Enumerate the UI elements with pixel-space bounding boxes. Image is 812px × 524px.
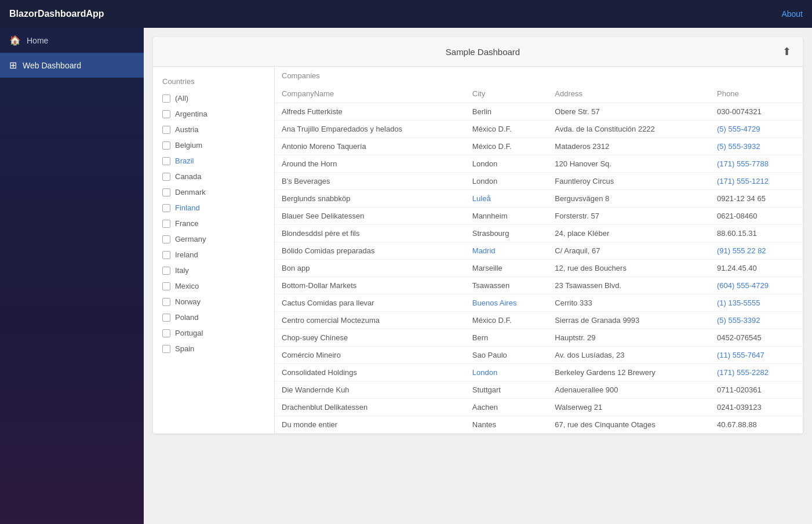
country-item-italy[interactable]: Italy [153, 263, 274, 278]
country-checkbox-brazil[interactable] [162, 157, 170, 165]
td-phone: (171) 555-1212 [710, 173, 803, 190]
country-checkbox-denmark[interactable] [162, 188, 170, 196]
country-checkbox-poland[interactable] [162, 314, 170, 322]
td-company-name: Blauer See Delikatessen [275, 208, 465, 225]
topbar: BlazorDashboardApp About [0, 0, 812, 28]
content-area: Sample Dashboard ⬆ Countries (All)Argent… [144, 28, 812, 524]
country-item-mexico[interactable]: Mexico [153, 278, 274, 294]
country-item-canada[interactable]: Canada [153, 169, 274, 184]
country-checkbox-canada[interactable] [162, 173, 170, 181]
td-phone: (5) 555-3392 [710, 312, 803, 329]
td-company-name: Ana Trujillo Emparedados y helados [275, 121, 465, 138]
main-layout: 🏠 Home ⊞ Web Dashboard Sample Dashboard … [0, 28, 812, 524]
share-button[interactable]: ⬆ [782, 45, 791, 58]
country-checkbox-finland[interactable] [162, 204, 170, 212]
country-item-spain[interactable]: Spain [153, 341, 274, 356]
td-address: Adenauerallee 900 [548, 381, 710, 399]
sidebar: 🏠 Home ⊞ Web Dashboard [0, 28, 144, 524]
td-address: 23 Tsawassen Blvd. [548, 277, 710, 294]
country-item-denmark[interactable]: Denmark [153, 184, 274, 200]
td-city: Stuttgart [465, 381, 548, 399]
td-phone: (171) 555-2282 [710, 364, 803, 381]
country-checkbox-austria[interactable] [162, 126, 170, 134]
td-city: Nantes [465, 416, 548, 434]
td-address: Fauntleroy Circus [548, 173, 710, 190]
td-city: Madrid [465, 242, 548, 260]
country-checkbox-all[interactable] [162, 94, 170, 103]
country-label-italy: Italy [175, 266, 189, 275]
country-checkbox-spain[interactable] [162, 345, 170, 353]
td-phone: 88.60.15.31 [710, 225, 803, 242]
countries-panel-title: Countries [153, 72, 274, 90]
td-company-name: Antonio Moreno Taquería [275, 138, 465, 155]
table-row: Drachenblut DelikatessenAachenWalserweg … [275, 399, 803, 416]
table-row: Berglunds snabbköpLuleåBerguvsvägen 8092… [275, 190, 803, 208]
col-phone: Phone [710, 85, 803, 103]
country-item-france[interactable]: France [153, 216, 274, 231]
td-city: México D.F. [465, 121, 548, 138]
td-company-name: Consolidated Holdings [275, 364, 465, 381]
table-row: Antonio Moreno TaqueríaMéxico D.F.Matade… [275, 138, 803, 155]
td-phone: 030-0074321 [710, 103, 803, 121]
table-row: Die Wandernde KuhStuttgartAdenauerallee … [275, 381, 803, 399]
country-label-canada: Canada [175, 172, 202, 181]
table-row: Alfreds FutterkisteBerlinObere Str. 5703… [275, 103, 803, 121]
country-item-poland[interactable]: Poland [153, 310, 274, 325]
td-address: Berkeley Gardens 12 Brewery [548, 364, 710, 381]
about-link[interactable]: About [781, 9, 803, 19]
country-item-all[interactable]: (All) [153, 90, 274, 106]
table-row: Around the HornLondon120 Hanover Sq.(171… [275, 155, 803, 173]
td-address: 120 Hanover Sq. [548, 155, 710, 173]
td-address: C/ Araquil, 67 [548, 242, 710, 260]
country-label-argentina: Argentina [175, 110, 207, 118]
col-city: City [465, 85, 548, 103]
td-company-name: Blondesddsl père et fils [275, 225, 465, 242]
sidebar-item-home[interactable]: 🏠 Home [0, 28, 144, 53]
country-checkbox-norway[interactable] [162, 298, 170, 306]
table-row: Chop-suey ChineseBernHauptstr. 290452-07… [275, 329, 803, 347]
td-city: México D.F. [465, 312, 548, 329]
table-row: Blondesddsl père et filsStrasbourg24, pl… [275, 225, 803, 242]
country-item-portugal[interactable]: Portugal [153, 325, 274, 341]
country-label-brazil: Brazil [175, 157, 194, 165]
td-company-name: Chop-suey Chinese [275, 329, 465, 347]
td-city: Aachen [465, 399, 548, 416]
table-row: B's BeveragesLondonFauntleroy Circus(171… [275, 173, 803, 190]
td-company-name: Cactus Comidas para llevar [275, 294, 465, 312]
td-phone: 0711-020361 [710, 381, 803, 399]
country-item-germany[interactable]: Germany [153, 231, 274, 247]
country-checkbox-belgium[interactable] [162, 141, 170, 150]
country-checkbox-italy[interactable] [162, 267, 170, 275]
col-address: Address [548, 85, 710, 103]
sidebar-item-web-dashboard[interactable]: ⊞ Web Dashboard [0, 53, 144, 78]
country-checkbox-mexico[interactable] [162, 282, 170, 290]
table-row: Du monde entierNantes67, rue des Cinquan… [275, 416, 803, 434]
country-checkbox-ireland[interactable] [162, 251, 170, 259]
country-item-brazil[interactable]: Brazil [153, 153, 274, 169]
td-address: Forsterstr. 57 [548, 208, 710, 225]
td-address: Mataderos 2312 [548, 138, 710, 155]
country-checkbox-portugal[interactable] [162, 329, 170, 337]
td-city: London [465, 173, 548, 190]
td-address: Obere Str. 57 [548, 103, 710, 121]
country-label-portugal: Portugal [175, 329, 203, 337]
country-checkbox-france[interactable] [162, 220, 170, 228]
td-phone: (5) 555-3932 [710, 138, 803, 155]
country-checkbox-germany[interactable] [162, 235, 170, 243]
country-item-finland[interactable]: Finland [153, 200, 274, 216]
td-address: 12, rue des Bouchers [548, 260, 710, 277]
table-row: Blauer See DelikatessenMannheimForsterst… [275, 208, 803, 225]
country-item-ireland[interactable]: Ireland [153, 247, 274, 263]
country-item-norway[interactable]: Norway [153, 294, 274, 310]
country-item-belgium[interactable]: Belgium [153, 137, 274, 153]
country-item-austria[interactable]: Austria [153, 122, 274, 137]
country-item-argentina[interactable]: Argentina [153, 106, 274, 122]
table-row: Bólido Comidas preparadasMadridC/ Araqui… [275, 242, 803, 260]
app-title: BlazorDashboardApp [9, 9, 104, 19]
companies-table-head: CompanyName City Address Phone [275, 85, 803, 103]
companies-table: CompanyName City Address Phone Alfreds F… [275, 85, 803, 434]
td-phone: 0241-039123 [710, 399, 803, 416]
td-city: Mannheim [465, 208, 548, 225]
country-checkbox-argentina[interactable] [162, 110, 170, 118]
td-city: Marseille [465, 260, 548, 277]
